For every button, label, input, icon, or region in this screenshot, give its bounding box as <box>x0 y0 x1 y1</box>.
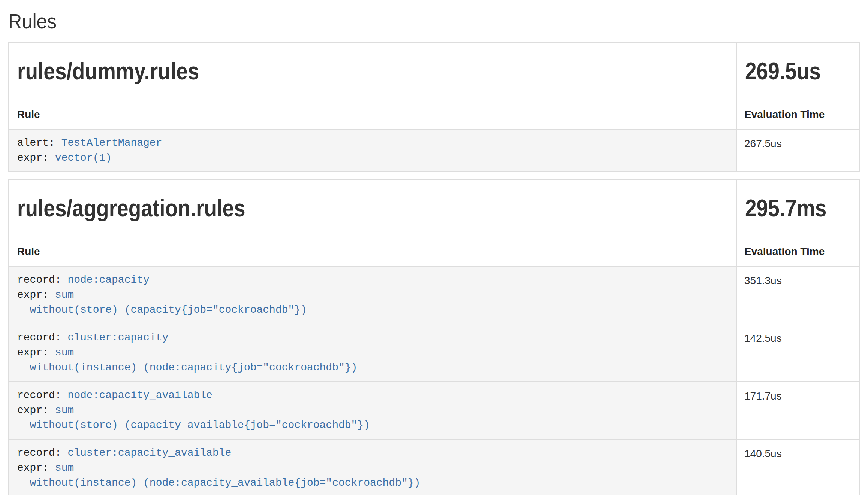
rule-code-label: alert: <box>17 137 61 149</box>
rule-link[interactable]: without(instance) (node:capacity_availab… <box>30 477 421 489</box>
rule-row: alert: TestAlertManagerexpr: vector(1)26… <box>9 129 859 172</box>
rule-code-line: without(store) (capacity_available{job="… <box>17 418 728 433</box>
rule-code-label: record: <box>17 389 67 401</box>
rule-cell: record: node:capacityexpr: sum without(s… <box>9 266 736 324</box>
rule-link[interactable]: without(store) (capacity{job="cockroachd… <box>30 304 307 316</box>
rule-link[interactable]: cluster:capacity <box>67 332 168 343</box>
rule-code-label <box>17 304 30 316</box>
column-header-row: RuleEvaluation Time <box>9 100 859 129</box>
rule-row: record: node:capacityexpr: sum without(s… <box>9 266 859 324</box>
rule-code-line: expr: sum <box>17 345 728 360</box>
rule-evaluation-time: 171.7us <box>736 382 859 439</box>
rule-row: record: node:capacity_availableexpr: sum… <box>9 382 859 439</box>
rule-code-label <box>17 419 30 431</box>
rule-evaluation-time: 267.5us <box>736 129 859 172</box>
rule-code-label: record: <box>17 274 67 286</box>
rule-link[interactable]: node:capacity <box>67 274 149 286</box>
group-heading-row: rules/dummy.rules269.5us <box>9 42 859 100</box>
group-evaluation-time-cell: 269.5us <box>736 42 859 100</box>
rule-code-label: expr: <box>17 404 55 416</box>
evaluation-time-column-header: Evaluation Time <box>736 237 859 266</box>
rule-code-line: record: cluster:capacity_available <box>17 446 728 461</box>
rule-cell: record: node:capacity_availableexpr: sum… <box>9 382 736 439</box>
rule-code-line: expr: sum <box>17 403 728 418</box>
rule-code-label: expr: <box>17 462 55 474</box>
rule-code-label <box>17 477 30 489</box>
group-name: rules/aggregation.rules <box>17 187 245 229</box>
rule-code-line: record: cluster:capacity <box>17 330 728 345</box>
rule-column-header: Rule <box>9 237 736 266</box>
group-name: rules/dummy.rules <box>17 50 199 92</box>
rule-code-line: expr: sum <box>17 461 728 476</box>
rule-link[interactable]: sum <box>55 404 74 416</box>
rule-link[interactable]: sum <box>55 347 74 358</box>
rule-code-label: expr: <box>17 289 55 301</box>
rule-code-line: record: node:capacity_available <box>17 388 728 403</box>
evaluation-time-column-header: Evaluation Time <box>736 100 859 129</box>
rule-code-line: record: node:capacity <box>17 273 728 288</box>
rule-link[interactable]: cluster:capacity_available <box>67 447 231 459</box>
rule-code-line: without(instance) (node:capacity{job="co… <box>17 360 728 375</box>
page-title: Rules <box>8 10 860 33</box>
rule-code-label: record: <box>17 332 67 343</box>
rule-row: record: cluster:capacityexpr: sum withou… <box>9 324 859 382</box>
rule-link[interactable]: vector(1) <box>55 152 112 164</box>
rule-code-label: expr: <box>17 347 55 358</box>
rule-group-table: rules/dummy.rules269.5usRuleEvaluation T… <box>8 42 860 172</box>
rule-code-line: expr: sum <box>17 288 728 303</box>
page-title-text: Rules <box>8 10 57 33</box>
rule-evaluation-time: 142.5us <box>736 324 859 382</box>
rule-link[interactable]: sum <box>55 289 74 301</box>
rule-link[interactable]: without(instance) (node:capacity{job="co… <box>30 362 358 373</box>
rule-link[interactable]: sum <box>55 462 74 474</box>
group-evaluation-time: 269.5us <box>745 50 821 92</box>
rule-column-header: Rule <box>9 100 736 129</box>
rule-cell: record: cluster:capacityexpr: sum withou… <box>9 324 736 382</box>
rule-link[interactable]: TestAlertManager <box>61 137 162 149</box>
rule-evaluation-time: 140.5us <box>736 439 859 495</box>
rule-code-label: expr: <box>17 152 55 164</box>
rule-code-line: expr: vector(1) <box>17 151 728 165</box>
rule-group-table: rules/aggregation.rules295.7msRuleEvalua… <box>8 179 860 495</box>
rule-evaluation-time: 351.3us <box>736 266 859 324</box>
column-header-row: RuleEvaluation Time <box>9 237 859 266</box>
rule-code-label <box>17 362 30 373</box>
rule-cell: alert: TestAlertManagerexpr: vector(1) <box>9 129 736 172</box>
group-evaluation-time-cell: 295.7ms <box>736 179 859 237</box>
group-heading-row: rules/aggregation.rules295.7ms <box>9 179 859 237</box>
rule-link[interactable]: node:capacity_available <box>67 389 212 401</box>
group-evaluation-time: 295.7ms <box>745 187 826 229</box>
rule-code-line: without(store) (capacity{job="cockroachd… <box>17 303 728 318</box>
rule-cell: record: cluster:capacity_availableexpr: … <box>9 439 736 495</box>
group-name-cell: rules/dummy.rules <box>9 42 736 100</box>
rule-row: record: cluster:capacity_availableexpr: … <box>9 439 859 495</box>
rule-groups-container: rules/dummy.rules269.5usRuleEvaluation T… <box>8 42 860 495</box>
rule-link[interactable]: without(store) (capacity_available{job="… <box>30 419 370 431</box>
rule-code-line: alert: TestAlertManager <box>17 136 728 151</box>
rule-code-label: record: <box>17 447 67 459</box>
group-name-cell: rules/aggregation.rules <box>9 179 736 237</box>
rule-code-line: without(instance) (node:capacity_availab… <box>17 476 728 491</box>
